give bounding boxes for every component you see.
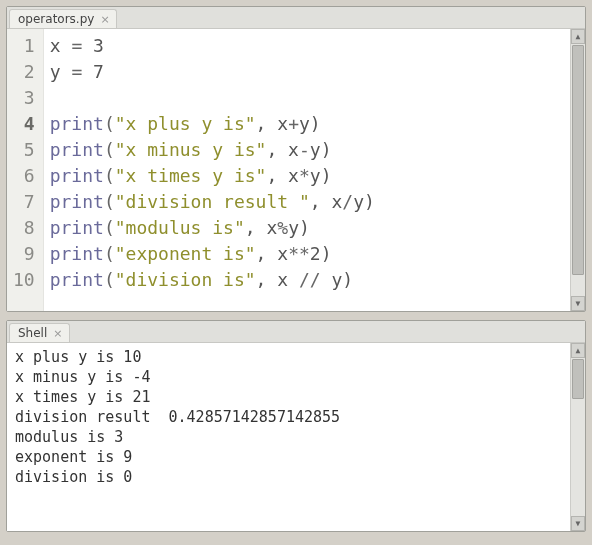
line-number: 5 — [13, 137, 35, 163]
shell-tab[interactable]: Shell × — [9, 323, 70, 342]
line-number: 2 — [13, 59, 35, 85]
code-line: print("x times y is", x*y) — [50, 163, 564, 189]
close-icon[interactable]: × — [100, 14, 109, 25]
editor-tabbar: operators.py × — [7, 7, 585, 29]
line-number: 10 — [13, 267, 35, 293]
line-number: 8 — [13, 215, 35, 241]
code-line: print("division is", x // y) — [50, 267, 564, 293]
shell-pane: Shell × x plus y is 10 x minus y is -4 x… — [6, 320, 586, 532]
code-area[interactable]: x = 3y = 7 print("x plus y is", x+y)prin… — [44, 29, 570, 311]
shell-tabbar: Shell × — [7, 321, 585, 343]
shell-tab-label: Shell — [18, 326, 47, 340]
scroll-up-icon[interactable]: ▲ — [571, 29, 585, 44]
line-number: 1 — [13, 33, 35, 59]
shell-content: x plus y is 10 x minus y is -4 x times y… — [7, 343, 585, 531]
code-line — [50, 85, 564, 111]
scroll-thumb[interactable] — [572, 45, 584, 275]
shell-output[interactable]: x plus y is 10 x minus y is -4 x times y… — [7, 343, 570, 531]
code-line: print("division result ", x/y) — [50, 189, 564, 215]
editor-pane: operators.py × 12345678910 x = 3y = 7 pr… — [6, 6, 586, 312]
code-line: print("x plus y is", x+y) — [50, 111, 564, 137]
line-number: 3 — [13, 85, 35, 111]
editor-content: 12345678910 x = 3y = 7 print("x plus y i… — [7, 29, 585, 311]
editor-tab-label: operators.py — [18, 12, 94, 26]
code-line: x = 3 — [50, 33, 564, 59]
scroll-up-icon[interactable]: ▲ — [571, 343, 585, 358]
line-number: 7 — [13, 189, 35, 215]
code-line: print("x minus y is", x-y) — [50, 137, 564, 163]
code-line: print("exponent is", x**2) — [50, 241, 564, 267]
line-number-gutter: 12345678910 — [7, 29, 44, 311]
close-icon[interactable]: × — [53, 328, 62, 339]
line-number: 4 — [13, 111, 35, 137]
line-number: 9 — [13, 241, 35, 267]
editor-tab-operators[interactable]: operators.py × — [9, 9, 117, 28]
editor-vertical-scrollbar[interactable]: ▲ ▼ — [570, 29, 585, 311]
code-line: print("modulus is", x%y) — [50, 215, 564, 241]
shell-vertical-scrollbar[interactable]: ▲ ▼ — [570, 343, 585, 531]
code-line: y = 7 — [50, 59, 564, 85]
line-number: 6 — [13, 163, 35, 189]
scroll-down-icon[interactable]: ▼ — [571, 296, 585, 311]
scroll-thumb[interactable] — [572, 359, 584, 399]
scroll-down-icon[interactable]: ▼ — [571, 516, 585, 531]
